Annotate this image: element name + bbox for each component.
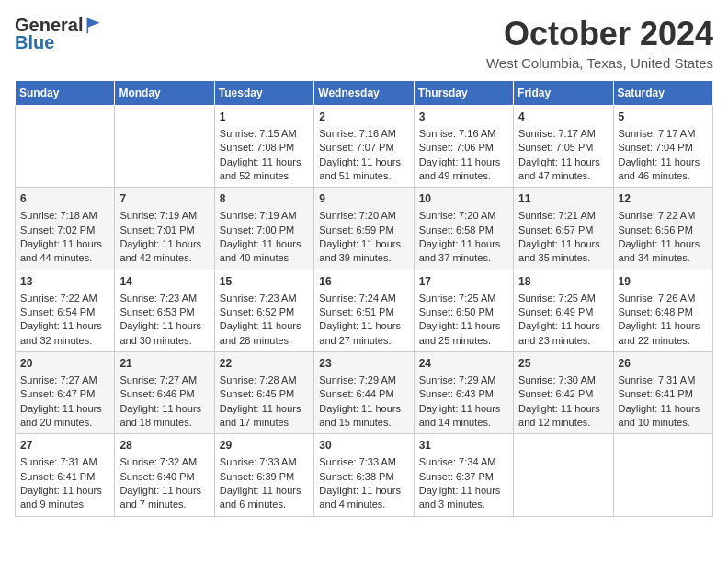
daylight-text: Daylight: 11 hours and 51 minutes.: [319, 155, 408, 184]
day-header-monday: Monday: [115, 81, 214, 106]
day-number: 5: [619, 109, 708, 125]
day-number: 7: [119, 191, 209, 207]
calendar-cell: 13Sunrise: 7:22 AMSunset: 6:54 PMDayligh…: [16, 270, 115, 351]
daylight-text: Daylight: 11 hours and 22 minutes.: [619, 319, 708, 348]
sunrise-text: Sunrise: 7:33 AM: [220, 455, 309, 469]
day-number: 4: [518, 109, 608, 125]
sunrise-text: Sunrise: 7:27 AM: [20, 373, 109, 387]
daylight-text: Daylight: 11 hours and 27 minutes.: [319, 319, 408, 348]
sunset-text: Sunset: 6:57 PM: [518, 224, 608, 237]
sunrise-text: Sunrise: 7:25 AM: [518, 292, 608, 305]
calendar-cell: 14Sunrise: 7:23 AMSunset: 6:53 PMDayligh…: [115, 270, 214, 351]
calendar-cell: 21Sunrise: 7:27 AMSunset: 6:46 PMDayligh…: [115, 352, 214, 434]
calendar-cell: 5Sunrise: 7:17 AMSunset: 7:04 PMDaylight…: [613, 106, 712, 188]
month-title: October 2024: [486, 15, 713, 53]
day-number: 23: [319, 356, 408, 372]
sunrise-text: Sunrise: 7:33 AM: [319, 455, 408, 469]
day-number: 18: [518, 274, 608, 290]
sunset-text: Sunset: 6:56 PM: [619, 224, 708, 237]
calendar-cell: 28Sunrise: 7:32 AMSunset: 6:40 PMDayligh…: [115, 434, 214, 516]
sunset-text: Sunset: 6:53 PM: [119, 305, 209, 319]
day-number: 8: [220, 191, 309, 207]
day-header-thursday: Thursday: [414, 81, 513, 106]
sunset-text: Sunset: 6:54 PM: [20, 305, 109, 319]
day-number: 17: [419, 274, 508, 290]
day-number: 9: [319, 191, 408, 207]
daylight-text: Daylight: 11 hours and 4 minutes.: [319, 484, 408, 512]
calendar-cell: 19Sunrise: 7:26 AMSunset: 6:48 PMDayligh…: [613, 270, 712, 351]
sunset-text: Sunset: 6:59 PM: [319, 224, 408, 237]
day-number: 27: [20, 438, 109, 454]
sunrise-text: Sunrise: 7:19 AM: [220, 209, 309, 223]
sunset-text: Sunset: 6:42 PM: [518, 387, 608, 401]
calendar-cell: 26Sunrise: 7:31 AMSunset: 6:41 PMDayligh…: [613, 352, 712, 434]
sunset-text: Sunset: 6:47 PM: [20, 387, 109, 401]
daylight-text: Daylight: 11 hours and 23 minutes.: [518, 319, 608, 348]
daylight-text: Daylight: 11 hours and 34 minutes.: [619, 237, 708, 266]
sunset-text: Sunset: 6:48 PM: [619, 305, 708, 319]
sunset-text: Sunset: 7:06 PM: [419, 141, 508, 155]
daylight-text: Daylight: 11 hours and 42 minutes.: [119, 237, 209, 266]
daylight-text: Daylight: 11 hours and 7 minutes.: [119, 484, 209, 512]
calendar-cell: 11Sunrise: 7:21 AMSunset: 6:57 PMDayligh…: [514, 188, 613, 270]
calendar-cell: 6Sunrise: 7:18 AMSunset: 7:02 PMDaylight…: [16, 188, 115, 270]
sunset-text: Sunset: 7:08 PM: [220, 141, 309, 155]
sunrise-text: Sunrise: 7:32 AM: [119, 455, 209, 469]
day-number: 6: [20, 191, 109, 207]
daylight-text: Daylight: 11 hours and 17 minutes.: [220, 402, 309, 431]
calendar-cell: 18Sunrise: 7:25 AMSunset: 6:49 PMDayligh…: [514, 270, 613, 351]
day-number: 12: [619, 191, 708, 207]
daylight-text: Daylight: 11 hours and 25 minutes.: [419, 319, 508, 348]
sunset-text: Sunset: 7:07 PM: [319, 141, 408, 155]
calendar-cell: [514, 434, 613, 516]
calendar-cell: 25Sunrise: 7:30 AMSunset: 6:42 PMDayligh…: [514, 352, 613, 434]
sunrise-text: Sunrise: 7:25 AM: [419, 292, 508, 305]
day-number: 14: [119, 274, 209, 290]
calendar-cell: 20Sunrise: 7:27 AMSunset: 6:47 PMDayligh…: [16, 352, 115, 434]
calendar-cell: 4Sunrise: 7:17 AMSunset: 7:05 PMDaylight…: [514, 106, 613, 188]
day-header-friday: Friday: [514, 81, 613, 106]
calendar-cell: [16, 106, 115, 188]
day-number: 19: [619, 274, 708, 290]
calendar-cell: 16Sunrise: 7:24 AMSunset: 6:51 PMDayligh…: [314, 270, 414, 351]
day-number: 20: [20, 356, 109, 372]
day-number: 2: [319, 109, 408, 125]
daylight-text: Daylight: 11 hours and 10 minutes.: [619, 402, 708, 431]
day-header-wednesday: Wednesday: [314, 81, 414, 106]
day-number: 28: [119, 438, 209, 454]
sunrise-text: Sunrise: 7:23 AM: [119, 292, 209, 305]
day-number: 10: [419, 191, 508, 207]
calendar-cell: 10Sunrise: 7:20 AMSunset: 6:58 PMDayligh…: [414, 188, 513, 270]
daylight-text: Daylight: 11 hours and 32 minutes.: [20, 319, 109, 348]
calendar-cell: 23Sunrise: 7:29 AMSunset: 6:44 PMDayligh…: [314, 352, 414, 434]
daylight-text: Daylight: 11 hours and 18 minutes.: [119, 402, 209, 431]
day-number: 15: [220, 274, 309, 290]
sunset-text: Sunset: 6:43 PM: [419, 387, 508, 401]
calendar-cell: [613, 434, 712, 516]
sunrise-text: Sunrise: 7:27 AM: [119, 373, 209, 387]
daylight-text: Daylight: 11 hours and 6 minutes.: [220, 484, 309, 512]
day-header-saturday: Saturday: [613, 81, 712, 106]
sunset-text: Sunset: 6:38 PM: [319, 470, 408, 484]
calendar-week-row: 6Sunrise: 7:18 AMSunset: 7:02 PMDaylight…: [16, 188, 713, 270]
sunrise-text: Sunrise: 7:20 AM: [319, 209, 408, 223]
sunrise-text: Sunrise: 7:30 AM: [518, 373, 608, 387]
sunset-text: Sunset: 7:01 PM: [119, 224, 209, 237]
sunset-text: Sunset: 6:41 PM: [20, 470, 109, 484]
sunrise-text: Sunrise: 7:15 AM: [220, 127, 309, 141]
sunrise-text: Sunrise: 7:31 AM: [20, 455, 109, 469]
daylight-text: Daylight: 11 hours and 15 minutes.: [319, 402, 408, 431]
calendar-cell: 22Sunrise: 7:28 AMSunset: 6:45 PMDayligh…: [214, 352, 313, 434]
sunrise-text: Sunrise: 7:18 AM: [20, 209, 109, 223]
daylight-text: Daylight: 11 hours and 9 minutes.: [20, 484, 109, 512]
calendar-cell: 2Sunrise: 7:16 AMSunset: 7:07 PMDaylight…: [314, 106, 414, 188]
sunrise-text: Sunrise: 7:23 AM: [220, 292, 309, 305]
day-number: 11: [518, 191, 608, 207]
sunrise-text: Sunrise: 7:29 AM: [419, 373, 508, 387]
logo-flag-icon: [85, 17, 103, 35]
day-header-sunday: Sunday: [16, 81, 115, 106]
calendar-cell: 7Sunrise: 7:19 AMSunset: 7:01 PMDaylight…: [115, 188, 214, 270]
daylight-text: Daylight: 11 hours and 35 minutes.: [518, 237, 608, 266]
logo: General Blue: [15, 15, 103, 53]
day-number: 30: [319, 438, 408, 454]
